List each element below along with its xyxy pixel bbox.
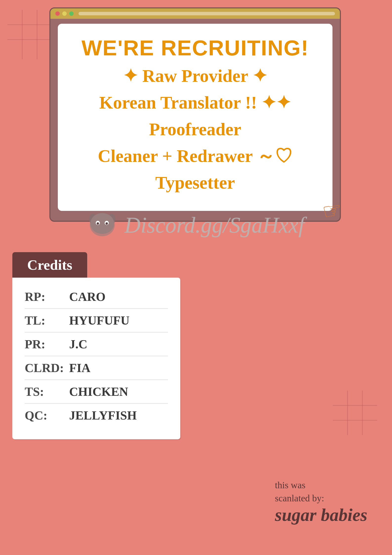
- browser-titlebar: [50, 8, 340, 19]
- recruiting-item-cleaner: Cleaner + Redrawer ～♡: [73, 143, 318, 169]
- credits-body: RP: CARO TL: HYUFUFU PR: J.C CLRD: FIA T…: [12, 278, 180, 439]
- credit-value-rp: CARO: [69, 289, 105, 304]
- recruiting-item-translator: Korean Translator !! ✦✦: [73, 89, 318, 116]
- credit-value-tl: HYUFUFU: [69, 313, 129, 328]
- credits-row-rp: RP: CARO: [25, 285, 168, 309]
- scanlated-line1: this was: [275, 479, 367, 492]
- credits-row-pr: PR: J.C: [25, 333, 168, 356]
- browser-addressbar: [79, 12, 335, 15]
- svg-point-16: [105, 222, 108, 225]
- recruiting-title: WE'RE RECRUITING!: [73, 36, 318, 60]
- browser-dot-red: [55, 11, 60, 16]
- credit-label-clrd: CLRD:: [25, 361, 64, 375]
- svg-point-12: [90, 213, 114, 234]
- credit-label-tl: TL:: [25, 313, 64, 328]
- credit-value-pr: J.C: [69, 337, 87, 351]
- credits-row-ts: TS: CHICKEN: [25, 380, 168, 404]
- browser-content: WE'RE RECRUITING! ✦ Raw Provider ✦ Korea…: [58, 24, 332, 211]
- scanlated-name: sugar babies: [275, 505, 367, 525]
- credit-value-clrd: FIA: [69, 361, 90, 375]
- credit-label-qc: QC:: [25, 408, 64, 422]
- discord-link-text: Discord.gg/SgaHxxf: [124, 212, 305, 238]
- scanlated-section: this was scanlated by: sugar babies: [275, 479, 367, 525]
- grid-decoration-bottomright: [333, 391, 377, 435]
- credit-label-rp: RP:: [25, 289, 64, 304]
- scanlated-line2: scanlated by:: [275, 492, 367, 505]
- credits-row-clrd: CLRD: FIA: [25, 356, 168, 380]
- recruiting-item-raw: ✦ Raw Provider ✦: [73, 63, 318, 89]
- credits-row-tl: TL: HYUFUFU: [25, 309, 168, 333]
- credit-value-qc: JELLYFISH: [69, 408, 137, 422]
- credit-value-ts: CHICKEN: [69, 384, 128, 399]
- recruiting-item-proofreader: Proofreader: [73, 116, 318, 143]
- credits-section: Credits RP: CARO TL: HYUFUFU PR: J.C CLR…: [12, 252, 180, 439]
- svg-point-15: [97, 222, 99, 225]
- credit-label-ts: TS:: [25, 384, 64, 399]
- credits-header: Credits: [12, 252, 87, 278]
- browser-dot-green: [69, 11, 74, 16]
- credit-label-pr: PR:: [25, 337, 64, 351]
- browser-dot-yellow: [62, 11, 67, 16]
- discord-icon: [87, 210, 117, 240]
- discord-section: Discord.gg/SgaHxxf: [0, 210, 392, 240]
- credits-row-qc: QC: JELLYFISH: [25, 404, 168, 427]
- browser-window: WE'RE RECRUITING! ✦ Raw Provider ✦ Korea…: [49, 7, 341, 222]
- recruiting-item-typesetter: Typesetter: [73, 169, 318, 196]
